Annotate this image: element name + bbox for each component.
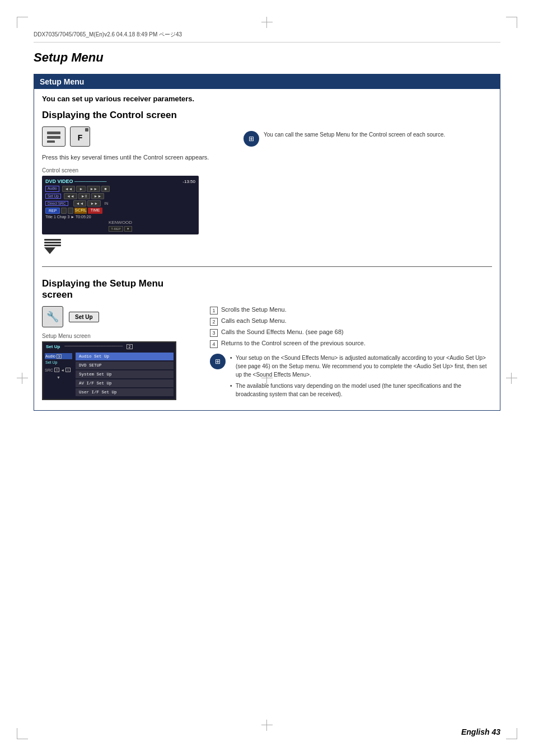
src-arrow: ◄	[60, 368, 64, 372]
menu-option-dvd: DVD SETUP	[76, 361, 174, 369]
num-badge-1: 1	[210, 307, 218, 314]
svg-rect-2	[47, 140, 55, 143]
note-icon-text: ⊞	[249, 135, 254, 143]
control-screen-right-col: ⊞ You can call the same Setup Menu for t…	[243, 126, 492, 259]
press-text: Press this key several times until the C…	[42, 153, 232, 162]
setup-section: 🔧 Set Up Setup Menu screen Set Up ──────…	[42, 306, 492, 405]
dvd-label: DVD VIDEO ─────────	[45, 179, 106, 184]
arrow-lines	[44, 239, 61, 246]
setup-menu-screen: Set Up ───────────────────── 2 Audio 3 S…	[42, 341, 176, 400]
setup-btn[interactable]: Set Up	[69, 312, 99, 322]
setup-menu-top-label: Set Up	[46, 344, 60, 349]
note-bullet-1: Your setup on the <Sound Effects Menu> i…	[230, 354, 492, 379]
control-note-text: You can call the same Setup Menu for the…	[264, 131, 445, 139]
num4-badge: 4	[54, 368, 59, 372]
dvd-tags-row: Audio ◄◄ ► ►► ■	[45, 186, 195, 192]
list-item-3: 3 Calls the Sound Effects Menu. (see pag…	[210, 328, 492, 337]
list-text-4: Returns to the Control screen of the pre…	[221, 340, 366, 346]
list-item-2: 2 Calls each Setup Menu.	[210, 317, 492, 326]
arrow-line-1	[44, 239, 61, 241]
pause-btn: ►II	[78, 193, 90, 199]
content-box: Setup Menu You can set up various receiv…	[34, 74, 500, 411]
setup-menu-top: Set Up ───────────────────── 2	[43, 342, 175, 351]
setup-section-wrapper: Displaying the Setup Menu screen 🔧 Set U…	[42, 275, 492, 405]
menu-option-av: AV I/F Set Up	[76, 379, 174, 387]
wrench-icon: 🔧	[42, 306, 63, 327]
audio-side-item: Audio 3	[45, 353, 72, 359]
setup-menu-side: Audio 3 Set Up SRC 4 ◄ 1 ▼	[43, 351, 74, 399]
src-label: SRC	[45, 368, 53, 372]
direct-tag: Direct SRC	[45, 201, 68, 206]
in-label: IN	[104, 201, 108, 205]
content-box-inner: You can set up various receiver paramete…	[34, 89, 500, 410]
note-icon-1: ⊞	[243, 131, 259, 147]
audio-tag: Audio	[45, 186, 59, 192]
num-badge-3: 3	[210, 329, 218, 337]
box-subtitle: You can set up various receiver paramete…	[42, 95, 492, 103]
dvd-time: -13:50	[182, 179, 195, 184]
control-screen-label: Control screen	[42, 167, 232, 173]
num2-badge-top: 2	[127, 344, 133, 349]
svg-rect-1	[47, 136, 60, 139]
dvd-info-row: Title 1 Chap 3 ► T0:05:20	[45, 215, 195, 219]
dvd-screen-top: DVD VIDEO ───────── -13:50	[45, 179, 195, 184]
num1-badge: 1	[65, 368, 71, 372]
dvd-brand: KENWOOD	[45, 220, 195, 225]
fwd2-btn: ►►	[87, 200, 101, 206]
section-header-text: Setup Menu	[40, 77, 84, 86]
top-crosshair	[261, 17, 273, 28]
menu-key-icon	[42, 126, 65, 147]
setup-right-col: 1 Scrolls the Setup Menu. 2 Calls each S…	[210, 306, 492, 405]
note-box-multi: ⊞ Your setup on the <Sound Effects Menu>…	[210, 354, 492, 401]
crosshair-left	[17, 373, 28, 384]
control-screen-two-col: F Press this key several times until the…	[42, 126, 492, 259]
menu-option-system: System Set Up	[76, 370, 174, 378]
key-icons: F	[42, 126, 232, 147]
setup-menu-sidebar: Audio 3 Set Up SRC 4 ◄ 1 ▼	[43, 351, 175, 399]
setup-side-item: Set Up	[45, 359, 72, 365]
rew-btn: ◄◄	[73, 200, 87, 206]
list-item-4: 4 Returns to the Control screen of the p…	[210, 340, 492, 348]
section-header-arrow	[494, 77, 500, 86]
spacer2-btn	[68, 208, 73, 214]
f-key-icon: F	[70, 126, 90, 147]
setup-section-title: Displaying the Setup Menu screen	[42, 278, 492, 300]
footer-text: English 43	[461, 727, 500, 736]
scrl-btn: SCRL	[74, 208, 86, 214]
play-btn: ►	[76, 186, 86, 192]
brand-text: KENWOOD	[109, 220, 132, 225]
svg-rect-0	[47, 132, 60, 134]
main-content: Setup Menu Setup Menu You can set up var…	[34, 45, 500, 722]
control-screen-left-col: F Press this key several times until the…	[42, 126, 232, 259]
list-text-1: Scrolls the Setup Menu.	[221, 306, 287, 313]
dvd-controls-row3: REP SCRL TIME	[45, 208, 195, 214]
arrow-down-icon	[42, 239, 232, 254]
stop-btn: ■	[101, 186, 109, 192]
list-text-3: Calls the Sound Effects Menu. (see page …	[221, 328, 344, 335]
arrow-head	[44, 247, 55, 254]
prev2-btn: ◄◄	[64, 193, 77, 199]
rep-btn: REP	[45, 208, 60, 214]
src-row: SRC 4 ◄ 1	[45, 368, 72, 372]
header-line	[34, 42, 500, 43]
note-icon-2-text: ⊞	[215, 358, 221, 365]
num-badge-4: 4	[210, 340, 218, 348]
setup-title-line1: Displaying the Setup Menu	[42, 278, 163, 289]
corner-mark-br	[506, 728, 517, 739]
setup-menu-main: Audio Set Up DVD SETUP System Set Up AV …	[74, 351, 175, 399]
list-text-2: Calls each Setup Menu.	[221, 317, 287, 324]
note-bullet-2: The available functions vary depending o…	[230, 382, 492, 398]
setup-menu-dash: ─────────────────────	[64, 344, 123, 349]
next-btn: ►►	[87, 186, 100, 192]
control-note-box: ⊞ You can call the same Setup Menu for t…	[243, 131, 492, 147]
spacer-btn	[61, 208, 67, 214]
arrow-line-3	[44, 245, 61, 246]
dvd-controls-row1: Set Up ◄◄ ►II ►►	[45, 193, 195, 199]
section-header: Setup Menu	[34, 74, 500, 89]
header-text: DDX7035/7045/7065_M(En)v2.6 04.4.18 8:49…	[34, 31, 182, 39]
corner-mark-tr	[506, 17, 517, 28]
setup-title-line2: screen	[42, 289, 73, 300]
crosshair-right	[506, 373, 517, 384]
corner-mark-tl	[17, 17, 28, 28]
prev-btn: ◄◄	[62, 186, 76, 192]
